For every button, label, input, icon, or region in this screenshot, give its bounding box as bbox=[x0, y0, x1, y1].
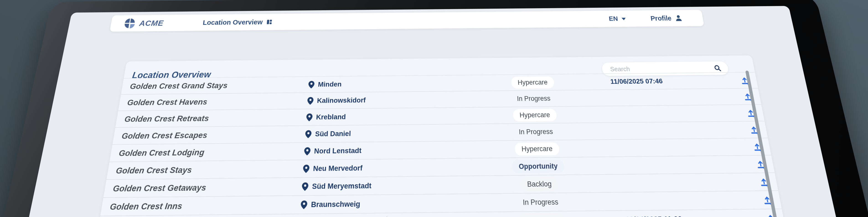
location-label: Kalinowskidorf bbox=[317, 96, 366, 105]
location-label: Süd Meryemstadt bbox=[312, 181, 372, 191]
row-date bbox=[583, 200, 746, 202]
row-status: Hypercare bbox=[496, 142, 579, 156]
search-icon[interactable] bbox=[713, 64, 722, 72]
row-status: Hypercare bbox=[493, 76, 572, 89]
map-pin-icon bbox=[301, 201, 307, 209]
map-pin-icon bbox=[308, 81, 315, 88]
row-status: Hypercare bbox=[494, 108, 576, 121]
status-badge: Hypercare bbox=[511, 76, 554, 88]
row-status: In Progress bbox=[495, 125, 577, 139]
row-location: Kalinowskidorf bbox=[307, 95, 494, 105]
profile-button[interactable]: Profile bbox=[650, 14, 683, 22]
row-name: Golden Crest Lodging bbox=[118, 146, 304, 158]
row-location: Süd Meryemstadt bbox=[302, 180, 498, 191]
row-date bbox=[577, 130, 734, 132]
row-name: Golden Crest Grand Stays bbox=[129, 80, 309, 91]
search-input[interactable] bbox=[602, 65, 714, 73]
language-selector[interactable]: EN bbox=[609, 15, 626, 22]
device-mockup: ACME Location Overview EN bbox=[0, 0, 868, 217]
row-date: 11/06/2025 07:46 bbox=[572, 77, 726, 86]
row-status: In Progress bbox=[494, 92, 574, 105]
row-date bbox=[578, 147, 737, 148]
map-pin-icon bbox=[302, 182, 308, 190]
status-badge: Hypercare bbox=[515, 142, 560, 155]
row-status: In Progress bbox=[498, 195, 584, 210]
location-label: Süd Daniel bbox=[315, 130, 351, 138]
status-badge: Hypercare bbox=[513, 109, 557, 121]
map-pin-icon bbox=[305, 130, 312, 138]
person-icon bbox=[674, 14, 683, 22]
row-status: Completed bbox=[499, 213, 585, 217]
map-pin-icon bbox=[306, 113, 313, 121]
dashboard-grid-icon bbox=[266, 19, 273, 25]
nav-label: Location Overview bbox=[203, 18, 263, 26]
row-status: Opportunity bbox=[496, 159, 580, 173]
chevron-down-icon bbox=[621, 18, 626, 20]
row-location: Minden bbox=[308, 79, 493, 88]
brand-name: ACME bbox=[138, 19, 164, 28]
row-status: Backlog bbox=[497, 177, 582, 191]
row-date bbox=[575, 113, 731, 115]
row-location: Krebland bbox=[306, 111, 495, 121]
row-location: Braunschweig bbox=[301, 198, 498, 209]
row-name: Golden Crest Havens bbox=[126, 96, 308, 107]
acme-logo-icon bbox=[123, 18, 136, 29]
status-badge: Backlog bbox=[520, 177, 559, 191]
status-badge: In Progress bbox=[512, 125, 560, 138]
language-label: EN bbox=[609, 15, 618, 22]
status-badge: In Progress bbox=[510, 92, 557, 105]
row-name: Golden Crest Getaways bbox=[112, 181, 302, 193]
map-pin-icon bbox=[303, 165, 310, 173]
row-date: 12/04/2025 11:00 bbox=[584, 214, 751, 217]
location-overview-card: Location Overview Golden Crest Grand Sta… bbox=[68, 55, 818, 217]
header-actions: EN Profile bbox=[609, 14, 683, 23]
brand: ACME bbox=[123, 17, 164, 29]
nav-item-location-overview[interactable]: Location Overview bbox=[203, 18, 273, 27]
map-pin-icon bbox=[304, 147, 311, 155]
profile-label: Profile bbox=[650, 14, 672, 22]
location-label: Braunschweig bbox=[311, 200, 361, 209]
row-name: Golden Crest Retreats bbox=[124, 113, 307, 124]
status-badge: Opportunity bbox=[512, 159, 565, 173]
location-label: Minden bbox=[318, 80, 342, 88]
row-location: Süd Daniel bbox=[305, 128, 495, 138]
location-label: Neu Mervedorf bbox=[313, 164, 363, 173]
row-date bbox=[574, 97, 728, 98]
map-pin-icon bbox=[307, 97, 314, 105]
app-screen: ACME Location Overview EN bbox=[0, 6, 868, 217]
row-location: Neu Mervedorf bbox=[303, 162, 497, 173]
status-badge: In Progress bbox=[516, 195, 566, 209]
row-name: Golden Crest Stays bbox=[115, 164, 303, 176]
location-label: Krebland bbox=[316, 113, 346, 121]
status-badge: Completed bbox=[518, 214, 566, 217]
location-label: Nord Lenstadt bbox=[314, 146, 362, 155]
locations-table: Golden Crest Grand Stays Minden Hypercar… bbox=[97, 72, 785, 217]
row-name: Golden Crest Escapes bbox=[121, 129, 306, 141]
row-name: Golden Crest Inns bbox=[109, 200, 301, 212]
row-date bbox=[580, 164, 740, 166]
row-location: Nord Lenstadt bbox=[304, 145, 496, 155]
row-date bbox=[581, 182, 743, 184]
app-header: ACME Location Overview EN bbox=[110, 10, 704, 32]
